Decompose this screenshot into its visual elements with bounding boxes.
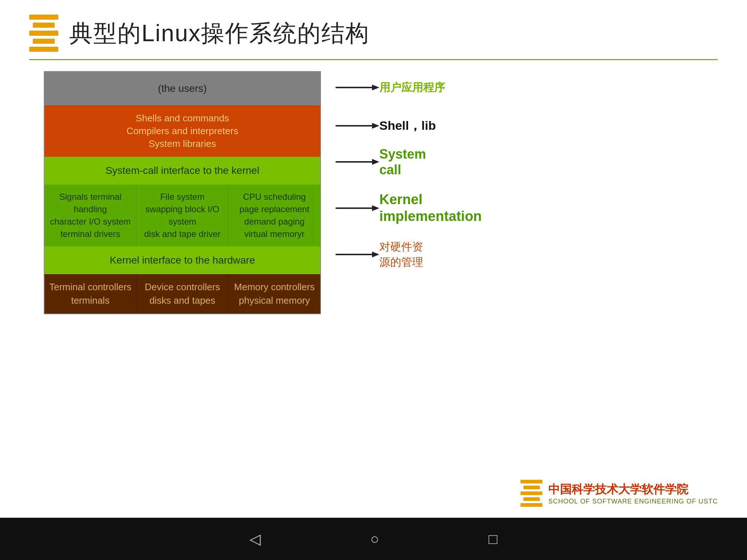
footer-logo-line-4: [523, 497, 540, 501]
logo-line-4: [33, 39, 55, 44]
hw-col1-line2: terminals: [48, 295, 132, 306]
layer-hw-interface: Kernel interface to the hardware: [44, 246, 320, 274]
footer-org-sub: SCHOOL OF SOFTWARE ENGINEERING OF USTC: [548, 498, 718, 505]
orange-line1: Shells and commands: [136, 113, 229, 124]
layer-hw: Terminal controllers terminals Device co…: [44, 274, 320, 314]
svg-marker-5: [372, 159, 379, 165]
logo-line-1: [29, 15, 58, 20]
kernel-col1: Signals terminal handling character I/O …: [44, 184, 136, 246]
footer-logo: [520, 480, 542, 507]
label-4-line2: implementation: [379, 208, 482, 225]
kernel-col3-line4: virtual memoryr: [232, 229, 317, 239]
label-row-4: Kernel implementation: [336, 176, 482, 240]
footer-logo-line-2: [523, 486, 540, 489]
divider: [29, 59, 718, 60]
nav-recent-button[interactable]: □: [489, 531, 498, 547]
kernel-col1-line2: handling: [48, 204, 132, 214]
right-labels: 用户应用程序 Shell，lib System call: [336, 71, 482, 269]
footer-text: 中国科学技术大学软件学院 SCHOOL OF SOFTWARE ENGINEER…: [548, 482, 718, 505]
kernel-col2-line1: File system: [140, 192, 224, 202]
label-5-line2: 源的管理: [379, 254, 423, 270]
label-5-line1: 对硬件资: [379, 239, 423, 254]
kernel-col1-line1: Signals terminal: [48, 192, 132, 202]
label-row-3: System call: [336, 148, 482, 176]
slide: 典型的Linux操作系统的结构 (the users) Shells and c…: [0, 0, 747, 518]
arrow-icon-1: [336, 80, 379, 95]
syscall-label: System-call interface to the kernel: [105, 165, 259, 176]
footer-logo-line-3: [520, 491, 542, 495]
header: 典型的Linux操作系统的结构: [0, 0, 747, 59]
logo-line-5: [29, 47, 58, 52]
label-1: 用户应用程序: [379, 80, 445, 95]
arrow-icon-4: [336, 201, 379, 215]
arrow-icon-5: [336, 247, 379, 262]
label-3-line1: System: [379, 146, 426, 162]
footer-logo-line-5: [520, 503, 542, 507]
kernel-col3-line3: demand paging: [232, 217, 317, 227]
layer-syscall: System-call interface to the kernel: [44, 157, 320, 184]
hw-col1-line1: Terminal controllers: [48, 281, 132, 293]
svg-marker-7: [372, 205, 379, 211]
hw-interface-label: Kernel interface to the hardware: [110, 254, 255, 266]
arrow-icon-2: [336, 118, 379, 133]
svg-marker-1: [372, 85, 379, 90]
navbar: ◁ ○ □: [0, 518, 747, 560]
nav-back-button[interactable]: ◁: [249, 530, 261, 547]
footer-logo-line-1: [520, 480, 542, 483]
hw-col1: Terminal controllers terminals: [44, 274, 136, 314]
kernel-col3-line2: page replacement: [232, 204, 317, 214]
footer-org-name: 中国科学技术大学软件学院: [548, 482, 718, 498]
layer-kernel: Signals terminal handling character I/O …: [44, 184, 320, 246]
arrow-icon-3: [336, 155, 379, 169]
label-3: System call: [379, 146, 426, 178]
kernel-col2-line2: swapping block I/O: [140, 204, 224, 214]
layer-users: (the users): [44, 72, 320, 105]
kernel-col2: File system swapping block I/O system di…: [136, 184, 228, 246]
nav-home-button[interactable]: ○: [370, 531, 379, 547]
label-5: 对硬件资 源的管理: [379, 239, 423, 270]
kernel-col2-line4: disk and tape driver: [140, 229, 224, 239]
kernel-col1-line3: character I/O system: [48, 217, 132, 227]
slide-title: 典型的Linux操作系统的结构: [69, 18, 369, 49]
orange-line3: System libraries: [149, 138, 216, 149]
svg-marker-9: [372, 252, 379, 257]
footer: 中国科学技术大学软件学院 SCHOOL OF SOFTWARE ENGINEER…: [520, 480, 718, 507]
logo-line-3: [29, 31, 58, 36]
kernel-col2-line3: system: [140, 217, 224, 227]
label-4-line1: Kernel: [379, 191, 482, 208]
label-row-2: Shell，lib: [336, 104, 482, 148]
label-4: Kernel implementation: [379, 191, 482, 225]
orange-line2: Compilers and interpreters: [127, 125, 238, 137]
hw-col2: Device controllers disks and tapes: [136, 274, 228, 314]
svg-marker-3: [372, 123, 379, 129]
hw-col2-line2: disks and tapes: [140, 295, 224, 306]
logo-line-2: [33, 23, 55, 28]
hw-col3: Memory controllers physical memory: [229, 274, 320, 314]
header-logo: [29, 15, 58, 52]
hw-col3-line1: Memory controllers: [232, 281, 317, 293]
label-2: Shell，lib: [379, 117, 436, 134]
label-3-line2: call: [379, 162, 426, 178]
kernel-col3-line1: CPU scheduling: [232, 192, 317, 202]
content-area: (the users) Shells and commands Compiler…: [0, 71, 747, 314]
kernel-col1-line4: terminal drivers: [48, 229, 132, 239]
hw-col2-line1: Device controllers: [140, 281, 224, 293]
layer-orange: Shells and commands Compilers and interp…: [44, 105, 320, 157]
label-row-5: 对硬件资 源的管理: [336, 240, 482, 269]
layer-users-label: (the users): [158, 83, 207, 94]
kernel-col3: CPU scheduling page replacement demand p…: [229, 184, 320, 246]
architecture-diagram: (the users) Shells and commands Compiler…: [44, 71, 321, 314]
label-row-1: 用户应用程序: [336, 71, 482, 104]
hw-col3-line2: physical memory: [232, 295, 317, 306]
